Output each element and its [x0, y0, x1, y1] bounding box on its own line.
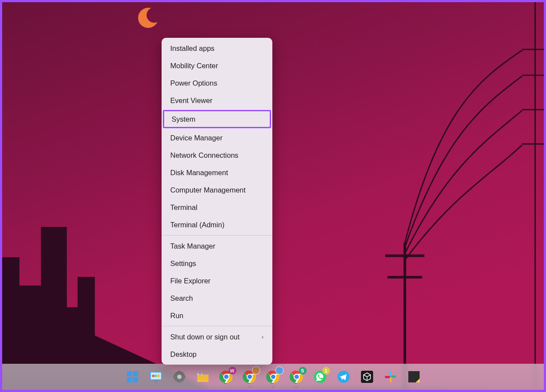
svg-rect-8 — [127, 371, 132, 376]
chrome-icon[interactable]: S — [290, 370, 304, 384]
profile-avatar-badge — [252, 366, 260, 375]
winx-context-menu: Installed appsMobility CenterPower Optio… — [162, 38, 272, 365]
menu-item-run[interactable]: Run — [162, 307, 272, 324]
svg-rect-26 — [173, 376, 175, 378]
menu-item-label: Disk Management — [170, 169, 228, 176]
file-explorer-icon[interactable] — [196, 370, 210, 384]
settings-icon[interactable] — [172, 370, 186, 384]
menu-item-task-manager[interactable]: Task Manager — [162, 237, 272, 255]
menu-item-label: Settings — [170, 260, 196, 267]
taskbar-badge: 1 — [322, 367, 330, 375]
svg-point-14 — [152, 375, 155, 377]
menu-item-label: Terminal (Admin) — [170, 221, 225, 229]
chrome-icon[interactable] — [243, 370, 257, 384]
running-indicator — [271, 386, 275, 388]
taskbar-badge: W — [228, 367, 236, 375]
control-panel-icon[interactable] — [149, 370, 163, 384]
menu-item-label: Search — [170, 295, 193, 302]
menu-item-label: Desktop — [170, 351, 197, 358]
svg-rect-45 — [389, 371, 391, 376]
running-indicator — [248, 386, 251, 388]
taskbar: WS1 — [2, 364, 544, 390]
menu-item-desktop[interactable]: Desktop — [162, 345, 272, 363]
chrome-icon[interactable] — [266, 370, 280, 384]
menu-item-label: Mobility Center — [170, 62, 218, 70]
menu-item-terminal-admin-[interactable]: Terminal (Admin) — [162, 216, 272, 233]
menu-item-label: File Explorer — [170, 277, 211, 285]
svg-point-15 — [155, 375, 157, 377]
menu-item-label: Task Manager — [170, 243, 215, 250]
menu-item-label: System — [172, 116, 195, 123]
menu-item-label: Power Options — [170, 80, 217, 87]
menu-item-file-explorer[interactable]: File Explorer — [162, 272, 272, 289]
svg-point-16 — [157, 375, 160, 377]
menu-item-label: Terminal — [170, 204, 197, 211]
menu-item-system[interactable]: System — [163, 110, 271, 128]
svg-rect-11 — [133, 377, 138, 382]
menu-item-installed-apps[interactable]: Installed apps — [162, 40, 272, 57]
desktop-wallpaper[interactable] — [2, 2, 544, 390]
whatsapp-icon[interactable]: 1 — [313, 370, 327, 384]
menu-item-terminal[interactable]: Terminal — [162, 199, 272, 216]
svg-rect-28 — [197, 375, 208, 382]
menu-item-computer-management[interactable]: Computer Management — [162, 181, 272, 199]
sticky-notes-icon[interactable] — [407, 370, 421, 384]
menu-item-label: Device Manager — [170, 134, 222, 142]
menu-item-label: Network Connections — [170, 152, 238, 159]
menu-separator — [162, 326, 272, 326]
svg-rect-17 — [154, 380, 158, 382]
menu-item-disk-management[interactable]: Disk Management — [162, 164, 272, 181]
cube-app-icon[interactable] — [360, 370, 374, 384]
moon-icon — [135, 6, 160, 31]
menu-item-mobility-center[interactable]: Mobility Center — [162, 57, 272, 74]
menu-item-event-viewer[interactable]: Event Viewer — [162, 92, 272, 109]
svg-point-19 — [177, 375, 182, 379]
menu-item-label: Event Viewer — [170, 97, 212, 104]
svg-rect-29 — [199, 372, 201, 375]
menu-item-device-manager[interactable]: Device Manager — [162, 129, 272, 146]
menu-item-network-connections[interactable]: Network Connections — [162, 146, 272, 164]
menu-item-label: Computer Management — [170, 186, 245, 194]
svg-rect-47 — [390, 377, 392, 382]
chrome-icon[interactable]: W — [219, 370, 233, 384]
menu-separator — [162, 235, 272, 236]
menu-item-settings[interactable]: Settings — [162, 255, 272, 272]
telegram-icon[interactable] — [337, 370, 351, 384]
svg-rect-24 — [184, 376, 185, 378]
menu-item-power-options[interactable]: Power Options — [162, 74, 272, 92]
power-lines — [379, 2, 544, 390]
svg-rect-9 — [133, 371, 138, 376]
slack-icon[interactable] — [384, 370, 397, 384]
menu-item-search[interactable]: Search — [162, 289, 272, 307]
svg-rect-48 — [385, 376, 390, 378]
svg-rect-10 — [127, 377, 132, 382]
chevron-right-icon: › — [261, 334, 264, 340]
menu-item-label: Run — [170, 312, 183, 319]
running-indicator — [295, 386, 298, 388]
start-icon[interactable] — [126, 370, 139, 384]
profile-avatar-badge — [275, 366, 284, 375]
menu-item-shut-down-or-sign-out[interactable]: Shut down or sign out› — [162, 328, 272, 345]
menu-item-label: Shut down or sign out — [170, 333, 240, 341]
svg-rect-46 — [391, 375, 396, 378]
menu-item-label: Installed apps — [170, 45, 215, 52]
taskbar-badge: S — [299, 367, 307, 375]
